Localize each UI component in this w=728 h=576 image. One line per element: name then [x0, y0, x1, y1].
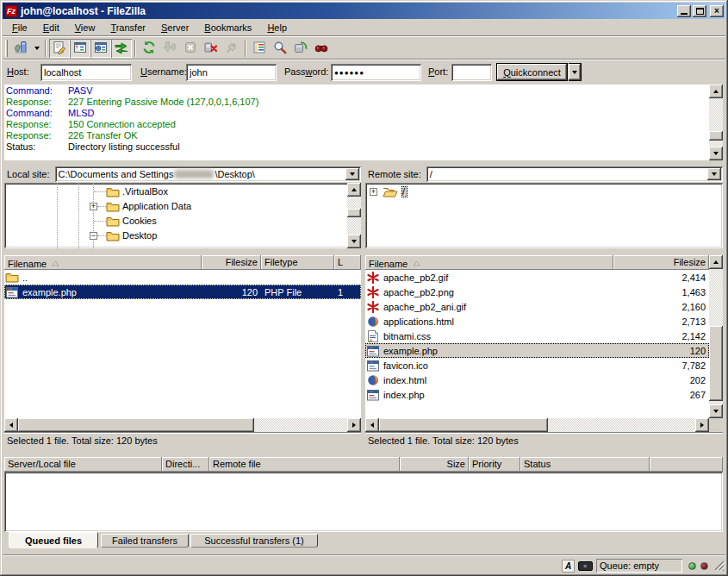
quickconnect-dropdown[interactable] [569, 63, 582, 81]
scroll-down-button[interactable] [709, 147, 723, 160]
tree-item-root[interactable]: + / [365, 185, 723, 199]
menu-edit[interactable]: Edit [35, 21, 67, 34]
file-row-parent-dir[interactable]: .. [4, 270, 361, 285]
column-header-filesize[interactable]: Filesize [613, 255, 709, 270]
file-row[interactable]: bitnami.css 2,142 [365, 329, 709, 343]
toggle-transfer-queue-button[interactable] [111, 39, 132, 58]
column-header-priority[interactable]: Priority [469, 457, 520, 472]
tab-successful-transfers[interactable]: Successful transfers (1) [190, 534, 318, 548]
scrollbar-track[interactable] [379, 418, 695, 432]
file-row-selected[interactable]: example.php 120 [365, 343, 709, 358]
tree-item-desktop[interactable]: − Desktop [4, 229, 347, 243]
scrollbar-thumb[interactable] [347, 209, 361, 217]
local-directory-tree: .VirtualBox + Application Data Cookies −… [4, 183, 361, 248]
scroll-down-button[interactable] [347, 235, 361, 248]
menu-transfer[interactable]: Transfer [103, 21, 153, 34]
toolbar-separator [245, 40, 246, 57]
local-site-dropdown[interactable] [345, 168, 359, 180]
directory-filters-button[interactable] [249, 39, 270, 58]
file-row[interactable]: apache_pb2.png 1,463 [365, 285, 709, 299]
expand-icon[interactable]: + [90, 203, 97, 210]
file-row-example-php[interactable]: example.php 120 PHP File 1 [4, 285, 361, 299]
site-manager-dropdown[interactable] [31, 39, 42, 58]
synchronized-browsing-button[interactable] [290, 39, 311, 58]
local-site-combo[interactable]: C:\Documents and Settings\Desktop\ [55, 166, 361, 182]
file-row[interactable]: favicon.ico 7,782 [365, 358, 709, 373]
site-manager-button[interactable] [10, 39, 31, 58]
log-scrollbar[interactable] [709, 85, 723, 160]
tab-failed-transfers[interactable]: Failed transfers [101, 534, 189, 548]
scrollbar-track[interactable] [347, 197, 361, 235]
scroll-up-button[interactable] [709, 255, 723, 269]
cancel-operation-button[interactable] [180, 39, 201, 58]
disconnect-button[interactable] [201, 39, 221, 58]
password-input[interactable]: ●●●●●● [331, 64, 421, 81]
file-row[interactable]: apache_pb2_ani.gif 2,160 [365, 299, 709, 314]
menu-file[interactable]: File [4, 21, 35, 34]
process-queue-button[interactable] [159, 39, 180, 58]
local-list-hscrollbar[interactable] [4, 418, 361, 432]
resize-grip[interactable] [712, 559, 725, 573]
scroll-down-button[interactable] [709, 404, 723, 418]
scroll-left-button[interactable] [4, 418, 18, 432]
scrollbar-thumb[interactable] [709, 131, 723, 141]
toggle-local-tree-button[interactable] [70, 39, 90, 58]
column-header-filename[interactable]: Filename [365, 255, 613, 270]
tree-item-virtualbox[interactable]: .VirtualBox [4, 185, 347, 199]
toggle-message-log-button[interactable] [49, 39, 70, 58]
scroll-right-button[interactable] [347, 418, 361, 432]
remote-site-combo[interactable]: / [426, 166, 723, 182]
toggle-remote-tree-button[interactable] [90, 39, 111, 58]
column-header-remote-file[interactable]: Remote file [209, 457, 400, 472]
scrollbar-track[interactable] [18, 418, 347, 432]
scroll-up-button[interactable] [709, 85, 723, 98]
ascii-datatype-icon[interactable]: A [562, 560, 575, 573]
file-row[interactable]: index.php 267 [365, 387, 709, 402]
collapse-icon[interactable]: − [90, 232, 97, 240]
scroll-right-button[interactable] [695, 418, 709, 432]
remote-list-hscrollbar[interactable] [365, 418, 709, 432]
file-row[interactable]: index.html 202 [365, 373, 709, 387]
quickconnect-button[interactable]: Quickconnect [496, 63, 568, 81]
column-header-filename[interactable]: Filename [4, 255, 202, 270]
column-header-status[interactable]: Status [520, 457, 650, 472]
find-files-button[interactable] [311, 39, 332, 58]
speed-limits-icon[interactable]: ≡ [578, 561, 593, 571]
column-header-filetype[interactable]: Filetype [261, 255, 334, 270]
remote-site-dropdown[interactable] [707, 168, 721, 180]
file-row[interactable]: applications.html 2,713 [365, 314, 709, 329]
menu-bookmarks[interactable]: Bookmarks [196, 21, 259, 34]
scroll-up-button[interactable] [347, 183, 361, 197]
scroll-left-button[interactable] [365, 418, 379, 432]
column-header-direction[interactable]: Directi... [162, 457, 209, 472]
local-tree-scrollbar[interactable] [347, 183, 361, 248]
minimize-button[interactable] [677, 5, 691, 17]
maximize-button[interactable] [693, 5, 706, 17]
scrollbar-thumb[interactable] [379, 418, 548, 432]
tree-item-application-data[interactable]: + Application Data [4, 199, 347, 214]
scrollbar-track[interactable] [709, 269, 723, 404]
close-button[interactable]: × [710, 5, 724, 17]
tree-item-cookies[interactable]: Cookies [4, 214, 347, 229]
column-header-server-local-file[interactable]: Server/Local file [4, 457, 162, 472]
menu-server[interactable]: Server [153, 21, 196, 34]
scrollbar-thumb[interactable] [709, 326, 723, 401]
menu-help[interactable]: Help [259, 21, 295, 34]
menu-view[interactable]: View [67, 21, 103, 34]
column-header-lastmodified[interactable]: L [334, 255, 361, 270]
file-row[interactable]: apache_pb2.gif 2,414 [365, 270, 709, 285]
username-input[interactable]: john [186, 64, 277, 81]
scrollbar-thumb[interactable] [18, 418, 254, 432]
refresh-button[interactable] [139, 39, 159, 58]
tab-queued-files[interactable]: Queued files [9, 532, 98, 548]
port-input[interactable] [451, 64, 492, 81]
reconnect-button[interactable] [221, 39, 242, 58]
remote-list-vscrollbar[interactable] [709, 255, 723, 432]
expand-icon[interactable]: + [370, 188, 377, 196]
directory-comparison-button[interactable] [270, 39, 290, 58]
host-input[interactable]: localhost [40, 64, 132, 81]
binoculars-icon [314, 41, 328, 56]
column-header-filesize[interactable]: Filesize [202, 255, 261, 270]
scrollbar-track[interactable] [709, 98, 723, 147]
column-header-size[interactable]: Size [400, 457, 469, 472]
